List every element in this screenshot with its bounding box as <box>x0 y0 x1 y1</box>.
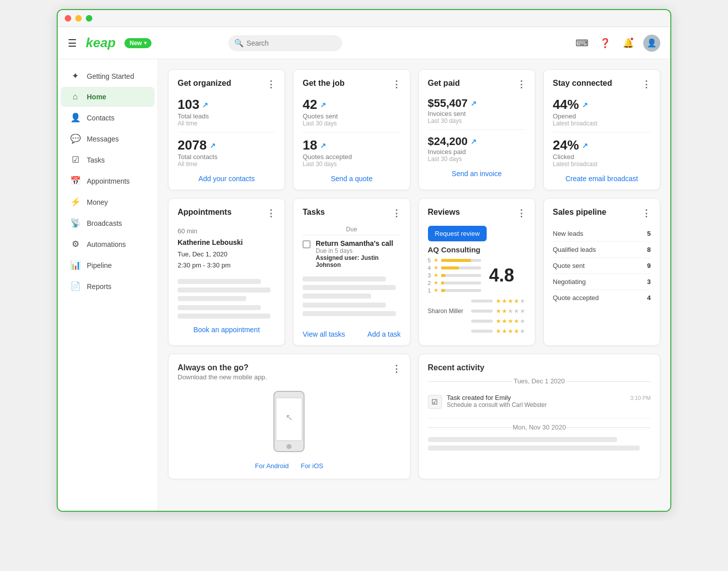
automations-icon: ⚙ <box>70 239 81 249</box>
external-link-icon-2[interactable]: ↗ <box>210 141 216 150</box>
sidebar-item-messages[interactable]: 💬 Messages <box>61 128 155 149</box>
avatar[interactable]: 👤 <box>643 35 660 52</box>
sidebar-item-automations[interactable]: ⚙ Automations <box>61 234 155 254</box>
phone-illustration: ↖ <box>269 389 309 454</box>
star-icon-3: ★ <box>433 272 439 278</box>
external-link-icon[interactable]: ↗ <box>202 101 208 109</box>
mobile-title: Always on the go? <box>178 363 267 372</box>
hamburger-icon[interactable]: ☰ <box>68 37 77 49</box>
mobile-app-card: Always on the go? Download the new mobil… <box>168 354 410 479</box>
get-paid-header: Get paid ⋮ <box>428 79 526 90</box>
stay-ext-icon2[interactable]: ↗ <box>582 141 588 150</box>
task-checkbox[interactable] <box>303 240 311 248</box>
stars-chart: 5 ★ 4 ★ 3 ★ <box>428 257 481 294</box>
due-label: Due <box>303 226 400 235</box>
app-links: For Android For iOS <box>178 462 401 470</box>
pipeline-row-quote-sent: Quote sent 9 <box>553 258 651 274</box>
reviewer-stars-4: ★★★★★ <box>496 328 526 335</box>
stay-ext-icon1[interactable]: ↗ <box>582 101 588 109</box>
search-icon: 🔍 <box>234 39 244 48</box>
keyboard-shortcut-icon[interactable]: ⌨ <box>574 35 590 51</box>
pipeline-row-negotiating: Negotiating 3 <box>553 274 651 290</box>
book-appointment-link[interactable]: Book an appointment <box>178 326 275 334</box>
svg-text:↖: ↖ <box>285 412 293 422</box>
ios-link[interactable]: For iOS <box>301 462 323 470</box>
big-rating: 4.8 <box>489 265 514 286</box>
create-broadcast-link[interactable]: Create email broadcast <box>553 175 651 183</box>
send-invoice-link[interactable]: Send an invoice <box>428 170 526 178</box>
help-icon[interactable]: ❓ <box>597 35 613 51</box>
sidebar-item-tasks[interactable]: ☑ Tasks <box>61 150 155 170</box>
send-quote-link[interactable]: Send a quote <box>303 175 400 183</box>
tasks-more-btn[interactable]: ⋮ <box>392 208 401 219</box>
mobile-more-btn[interactable]: ⋮ <box>392 363 401 374</box>
reviews-header: Reviews ⋮ <box>428 208 526 219</box>
search-input[interactable] <box>228 35 342 51</box>
get-job-header: Get the job ⋮ <box>303 79 400 90</box>
fullscreen-button[interactable] <box>86 15 92 22</box>
get-job-ext-icon2[interactable]: ↗ <box>320 141 326 150</box>
star-row-3: 3 ★ <box>428 272 481 278</box>
sidebar: ✦ Getting Started ⌂ Home 👤 Contacts 💬 Me… <box>58 59 158 511</box>
title-bar <box>58 10 670 27</box>
activity-row-1: ☑ Task created for Emily 3:10 PM Schedul… <box>428 390 651 413</box>
broadcasts-icon: 📡 <box>70 218 81 228</box>
sidebar-item-money[interactable]: ⚡ Money <box>61 192 155 212</box>
android-link[interactable]: For Android <box>255 462 288 470</box>
bottom-row: Always on the go? Download the new mobil… <box>168 354 660 479</box>
get-job-more-btn[interactable]: ⋮ <box>392 79 401 90</box>
get-job-ext-icon1[interactable]: ↗ <box>320 101 326 109</box>
top-cards-grid: Get organized ⋮ 103 ↗ Total leads All ti… <box>168 69 660 190</box>
get-paid-more-btn[interactable]: ⋮ <box>517 79 526 90</box>
get-job-stat2: 18 ↗ Quotes accepted Last 30 days <box>303 137 400 168</box>
reviews-title: Reviews <box>428 208 460 217</box>
stay-connected-header: Stay connected ⋮ <box>553 79 651 90</box>
review-row-4: ★★★★★ <box>428 328 526 335</box>
app-frame: ☰ keap New ▾ 🔍 ⌨ ❓ 🔔 👤 ✦ Getting Started <box>57 9 671 512</box>
request-review-button[interactable]: Request review <box>428 226 487 241</box>
minimize-button[interactable] <box>75 15 82 22</box>
pipeline-more-btn[interactable]: ⋮ <box>642 208 651 219</box>
view-all-tasks-link[interactable]: View all tasks <box>303 330 345 338</box>
appointments-more-btn[interactable]: ⋮ <box>266 208 275 219</box>
add-task-link[interactable]: Add a task <box>367 330 400 338</box>
review-row-3: ★★★★★ <box>428 318 526 325</box>
star-icon-1: ★ <box>433 287 439 294</box>
get-paid-card: Get paid ⋮ $55,407 ↗ Invoices sent Last … <box>418 69 535 190</box>
pipeline-title: Sales pipeline <box>553 208 607 217</box>
sidebar-item-appointments[interactable]: 📅 Appointments <box>61 171 155 191</box>
star-row-5: 5 ★ <box>428 257 481 263</box>
nav-icons: ⌨ ❓ 🔔 👤 <box>574 35 660 52</box>
sidebar-item-pipeline[interactable]: 📊 Pipeline <box>61 255 155 275</box>
sidebar-item-reports[interactable]: 📄 Reports <box>61 276 155 297</box>
pipeline-row-new-leads: New leads 5 <box>553 226 651 242</box>
notifications-icon[interactable]: 🔔 <box>620 35 636 51</box>
recent-activity-card: Recent activity Tues, Dec 1 2020 ☑ Task … <box>418 354 661 479</box>
money-icon: ⚡ <box>70 197 81 207</box>
stay-connected-card: Stay connected ⋮ 44% ↗ Opened Latest bro… <box>543 69 660 190</box>
reviewer-stars-sharon: ★★★★★ <box>496 308 526 315</box>
new-badge-button[interactable]: New ▾ <box>124 38 152 48</box>
review-row-sharon: Sharon Miller ★★★★★ <box>428 308 526 315</box>
pipeline-row-qualified: Qualified leads 8 <box>553 242 651 258</box>
get-organized-more-btn[interactable]: ⋮ <box>266 79 275 90</box>
sidebar-item-broadcasts[interactable]: 📡 Broadcasts <box>61 213 155 233</box>
review-row-1: ★★★★★ <box>428 298 526 305</box>
star-icon-5: ★ <box>433 257 439 263</box>
reviews-more-btn[interactable]: ⋮ <box>517 208 526 219</box>
activity-title: Recent activity <box>428 363 651 372</box>
stay-connected-stat2: 24% ↗ Clicked Latest broadcast <box>553 137 651 168</box>
sidebar-item-contacts[interactable]: 👤 Contacts <box>61 107 155 128</box>
get-organized-card: Get organized ⋮ 103 ↗ Total leads All ti… <box>168 69 285 190</box>
get-paid-ext-icon2[interactable]: ↗ <box>471 137 477 146</box>
close-button[interactable] <box>65 15 71 22</box>
get-paid-ext-icon1[interactable]: ↗ <box>471 99 477 107</box>
tasks-header: Tasks ⋮ <box>303 208 400 219</box>
pipeline-header: Sales pipeline ⋮ <box>553 208 651 219</box>
stay-connected-title: Stay connected <box>553 79 612 88</box>
sidebar-item-getting-started[interactable]: ✦ Getting Started <box>61 66 155 86</box>
add-contacts-link[interactable]: Add your contacts <box>178 175 275 183</box>
sidebar-item-home[interactable]: ⌂ Home <box>61 87 155 107</box>
get-job-title: Get the job <box>303 79 345 88</box>
stay-connected-more-btn[interactable]: ⋮ <box>642 79 651 90</box>
